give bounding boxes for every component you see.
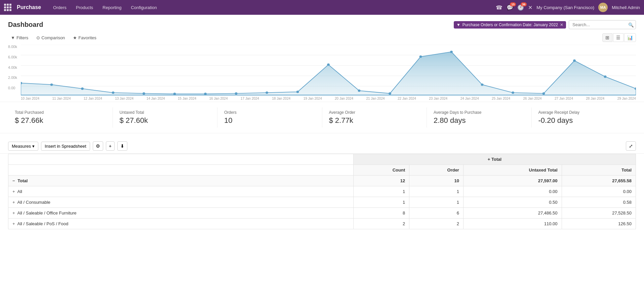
- x-label-2: 11 Jan 2024: [52, 97, 71, 100]
- stat-avg-receipt-value: -0.20 days: [538, 116, 630, 125]
- avatar-initials: MA: [600, 5, 606, 9]
- table-col-untaxed: Untaxed Total: [463, 165, 562, 176]
- view-list-button[interactable]: ☰: [613, 33, 623, 42]
- download-button[interactable]: ⬇: [117, 141, 127, 151]
- top-navigation: Purchase Orders Products Reporting Confi…: [0, 0, 644, 15]
- svg-point-19: [419, 55, 422, 58]
- svg-point-23: [542, 92, 545, 95]
- measures-chevron: ▾: [32, 144, 35, 149]
- svg-point-15: [296, 91, 299, 93]
- search-button[interactable]: 🔍: [628, 22, 634, 27]
- svg-point-9: [112, 92, 115, 94]
- nav-reporting[interactable]: Reporting: [98, 3, 125, 12]
- nav-orders[interactable]: Orders: [49, 3, 71, 12]
- stat-untaxed-total: Untaxed Total $ 27.60k: [113, 107, 218, 128]
- search-area: ▼ Purchase Orders or Confirmation Date: …: [43, 20, 636, 29]
- chat-icon[interactable]: 💬15: [507, 4, 513, 11]
- x-label-6: 15 Jan 2024: [178, 97, 196, 100]
- svg-point-22: [512, 92, 514, 94]
- add-button[interactable]: +: [106, 141, 115, 151]
- measures-button[interactable]: Measures ▾: [8, 142, 38, 151]
- stat-total-purchased: Total Purchased $ 27.66k: [8, 107, 113, 128]
- plus-icon[interactable]: +: [12, 210, 15, 216]
- plus-icon[interactable]: +: [12, 200, 15, 205]
- table-row-untaxed: 27,486.50: [463, 208, 562, 219]
- nav-products[interactable]: Products: [72, 3, 97, 12]
- chart-canvas: [21, 45, 636, 97]
- chart-with-labels: 8.00k 6.00k 4.00k 2.00k 0.00: [8, 45, 636, 97]
- search-input[interactable]: [569, 20, 636, 29]
- table-row-total: 126.50: [562, 219, 636, 229]
- x-label-16: 25 Jan 2024: [492, 97, 510, 100]
- nav-configuration[interactable]: Configuration: [127, 3, 161, 12]
- stat-avg-order: Average Order $ 2.77k: [322, 107, 427, 128]
- page-title: Dashboard: [8, 21, 43, 29]
- company-name: My Company (San Francisco): [536, 5, 594, 10]
- x-label-17: 26 Jan 2024: [523, 97, 542, 100]
- insert-label: Insert in Spreadsheet: [45, 144, 86, 149]
- table-row-count: 1: [353, 197, 409, 208]
- table-row-label[interactable]: + All / Saleable / Office Furniture: [8, 208, 354, 219]
- y-label-6k: 6.00k: [8, 55, 21, 59]
- stat-orders-label: Orders: [224, 110, 315, 115]
- view-kanban-button[interactable]: ⊞: [602, 33, 612, 42]
- search-wrap: 🔍: [569, 20, 636, 29]
- y-label-2k: 2.00k: [8, 76, 21, 80]
- x-label-12: 21 Jan 2024: [366, 97, 385, 100]
- stat-avg-receipt: Average Receipt Delay -0.20 days: [532, 107, 636, 128]
- table-col-order: Order: [409, 165, 464, 176]
- clock-badge: 36: [521, 2, 527, 6]
- stat-total-purchased-value: $ 27.66k: [15, 116, 106, 125]
- table-row-label[interactable]: + All / Saleable / PoS / Food: [8, 219, 354, 229]
- comparison-icon: ⊙: [36, 35, 40, 40]
- table-row-label[interactable]: + All: [8, 186, 354, 197]
- plus-icon[interactable]: +: [12, 221, 15, 226]
- row-text: Total: [17, 178, 28, 183]
- phone-icon[interactable]: ☎: [496, 4, 502, 11]
- comparison-button[interactable]: ⊙ Comparison: [34, 34, 68, 42]
- pivot-table: + Total Count Order Untaxed Total Total …: [8, 154, 636, 229]
- table-row-total: 0.58: [562, 197, 636, 208]
- filters-button[interactable]: ▼ Filters: [8, 34, 31, 42]
- svg-point-20: [450, 51, 453, 53]
- stat-untaxed-total-label: Untaxed Total: [120, 110, 211, 115]
- stat-avg-days-label: Average Days to Purchase: [434, 110, 525, 115]
- table-row-label[interactable]: − Total: [8, 176, 354, 186]
- stat-avg-receipt-label: Average Receipt Delay: [538, 110, 630, 115]
- plus-icon[interactable]: +: [12, 189, 15, 194]
- app-menu-icon[interactable]: [4, 4, 11, 11]
- measures-label: Measures: [12, 144, 31, 149]
- svg-point-24: [573, 59, 576, 62]
- table-row-count: 12: [353, 176, 409, 186]
- svg-point-10: [143, 92, 145, 95]
- svg-point-8: [81, 88, 84, 90]
- expand-button[interactable]: ⤢: [626, 141, 636, 151]
- filter-icon: ▼: [456, 22, 460, 27]
- insert-spreadsheet-button[interactable]: Insert in Spreadsheet: [41, 142, 90, 151]
- row-text: All / Saleable / PoS / Food: [17, 221, 69, 226]
- minus-icon[interactable]: −: [12, 178, 15, 183]
- filter-icon-btn: ▼: [11, 35, 15, 40]
- filter-tag-close[interactable]: ✕: [560, 22, 563, 27]
- x-label-19: 28 Jan 2024: [586, 97, 604, 100]
- svg-point-13: [235, 92, 238, 95]
- table-row-label[interactable]: + All / Consumable: [8, 197, 354, 208]
- x-label-7: 16 Jan 2024: [209, 97, 228, 100]
- svg-point-14: [266, 92, 268, 94]
- row-text: All: [17, 189, 22, 194]
- table-row-untaxed: 110.00: [463, 219, 562, 229]
- table-row-order: 2: [409, 219, 464, 229]
- page-header: Dashboard ▼ Purchase Orders or Confirmat…: [0, 15, 644, 32]
- x-label-5: 14 Jan 2024: [147, 97, 165, 100]
- table-row-order: 1: [409, 197, 464, 208]
- star-icon: ★: [73, 35, 77, 40]
- nav-right: ☎ 💬15 🕐36 ✕ My Company (San Francisco) M…: [496, 3, 640, 12]
- avatar[interactable]: MA: [598, 3, 608, 12]
- filter-config-button[interactable]: ⚙: [93, 141, 103, 151]
- view-chart-button[interactable]: 📊: [624, 33, 636, 42]
- table-row-order: 10: [409, 176, 464, 186]
- clock-icon[interactable]: 🕐36: [517, 4, 524, 11]
- settings-icon[interactable]: ✕: [528, 4, 532, 11]
- favorites-button[interactable]: ★ Favorites: [70, 34, 99, 42]
- x-label-9: 18 Jan 2024: [272, 97, 290, 100]
